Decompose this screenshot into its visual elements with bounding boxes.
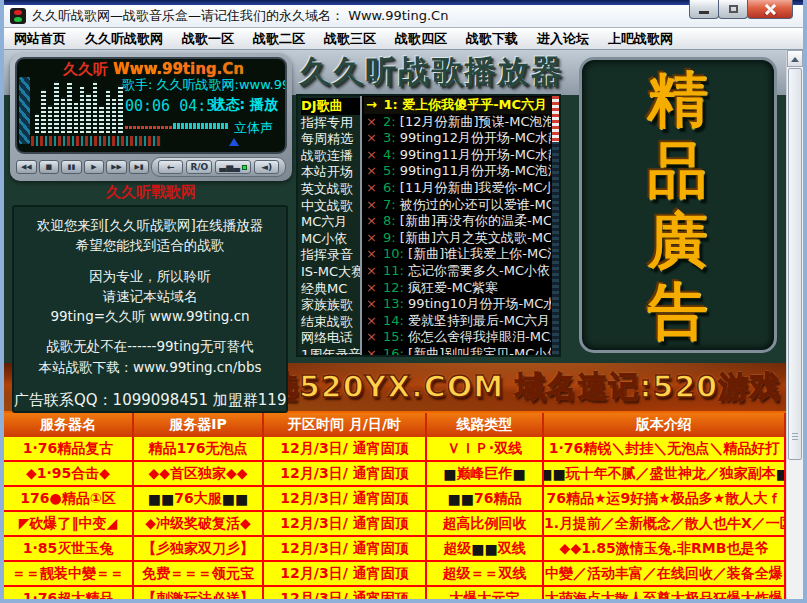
table-cell: ■■76大服■■ bbox=[134, 487, 264, 510]
progress-dash bbox=[189, 123, 192, 129]
track-title: 被伤过的心还可以爱谁-MC紫寒 bbox=[400, 197, 551, 212]
category-item[interactable]: 家族族歌 bbox=[301, 297, 360, 314]
track-x-icon: × bbox=[364, 213, 379, 228]
playlist-scrollbar[interactable] bbox=[552, 96, 559, 355]
category-item[interactable]: MC六月 bbox=[301, 214, 360, 231]
menu-item-8[interactable]: 上吧战歌网 bbox=[608, 30, 673, 48]
menu-item-5[interactable]: 战歌四区 bbox=[395, 30, 447, 48]
next-button[interactable]: ▶▮ bbox=[129, 160, 150, 174]
menu-item-3[interactable]: 战歌二区 bbox=[253, 30, 305, 48]
left-column: 久久听 Www.99ting.Cn 歌手: 久久听战歌网:www.99t 00:… bbox=[4, 50, 294, 363]
stop-button[interactable]: ■ bbox=[39, 160, 60, 174]
category-item[interactable]: 指挥录音 bbox=[301, 247, 360, 264]
category-item[interactable]: 战歌连播 bbox=[301, 148, 360, 165]
category-item[interactable]: 英文战歌 bbox=[301, 181, 360, 198]
minimize-button[interactable] bbox=[689, 0, 719, 19]
category-item[interactable]: 网络电话 bbox=[301, 330, 360, 347]
close-button[interactable] bbox=[747, 0, 793, 19]
now-playing-arrow-icon: → bbox=[364, 97, 379, 112]
playlist-track[interactable]: × 15: 你怎么舍得我掉眼泪-MC水静芷 bbox=[364, 329, 551, 346]
scroll-up-button[interactable] bbox=[787, 50, 803, 67]
progress-dash bbox=[185, 123, 188, 129]
table-cell: 大爆大元宝 bbox=[427, 587, 544, 599]
rewind-button[interactable]: ◀◀ bbox=[16, 160, 37, 174]
menu-item-7[interactable]: 进入论坛 bbox=[537, 30, 589, 48]
return-button[interactable]: ← bbox=[158, 160, 183, 174]
black-square-icon: ■ bbox=[776, 466, 786, 482]
menu-item-1[interactable]: 久久听战歌网 bbox=[85, 30, 163, 48]
category-item[interactable]: 本站开场 bbox=[301, 164, 360, 181]
black-square-icon: ■ bbox=[148, 491, 161, 507]
table-cell: 【刺激玩法必送】 bbox=[134, 587, 264, 599]
progress-dash bbox=[217, 123, 220, 129]
category-item[interactable]: 指挥专用 bbox=[301, 115, 360, 132]
category-item[interactable]: DJ歌曲 bbox=[301, 98, 360, 115]
progress-dash bbox=[141, 126, 144, 129]
table-cell: ■巅峰巨作■ bbox=[427, 462, 544, 485]
playlist-track[interactable]: × 7: 被伤过的心还可以爱谁-MC紫寒 bbox=[364, 197, 551, 214]
server-table-row[interactable]: ◆1·95合击◆◆◆首区独家◆◆12月/3日/ 通宵固顶■巅峰巨作■■■玩十年不… bbox=[4, 462, 786, 487]
playlist-track[interactable]: × 12: 疯狂爱-MC紫寒 bbox=[364, 280, 551, 297]
playlist-track[interactable]: × 3: 99ting12月份开场-MC水静芷 bbox=[364, 130, 551, 147]
equalizer-button[interactable]: ▃▅▃ bbox=[215, 160, 251, 174]
playlist-track[interactable]: × 2: [12月份新曲]预谋-MC泡泡 bbox=[364, 114, 551, 131]
playlist-track[interactable]: × 8: [新曲]再没有你的温柔-MC泡泡 bbox=[364, 213, 551, 230]
menu-item-6[interactable]: 战歌下载 bbox=[466, 30, 518, 48]
server-table-row[interactable]: 1·76精品复古精品176无泡点12月/3日/ 通宵固顶ＶＩＰ·双线1·76精锐… bbox=[4, 437, 786, 462]
volume-button[interactable]: ◄) bbox=[254, 160, 279, 174]
spectrum-bar bbox=[112, 99, 116, 133]
playlist-scrollbar-thumb[interactable] bbox=[552, 96, 559, 142]
playlist-track[interactable]: × 16: [新曲]别叫我宝贝-MC小依 bbox=[364, 346, 551, 355]
table-cell: ◤砍爆了‖中变◢ bbox=[4, 512, 134, 535]
titlebar[interactable]: 久久听战歌网—战歌音乐盒—请记住我们的永久域名： Www.99ting.Cn bbox=[4, 5, 803, 28]
table-cell: ■■76精品 bbox=[427, 487, 544, 510]
track-title: 爱就坚持到最后-MC六月 bbox=[408, 313, 550, 328]
category-item[interactable]: 经典MC bbox=[301, 281, 360, 298]
server-table-row[interactable]: 1·85灭世玉兔【彡独家双刀彡】12月/3日/ 通宵固顶超级■■双线◆◆1.85… bbox=[4, 537, 786, 562]
welcome-line: 请速记本站域名 bbox=[14, 286, 286, 306]
black-square-icon: ■ bbox=[485, 541, 498, 557]
progress-dash bbox=[177, 123, 180, 129]
spectrum-bar bbox=[86, 93, 90, 133]
track-number: 6: bbox=[379, 180, 400, 195]
server-table-row[interactable]: 1·76超大精品【刺激玩法必送】12月/3日/ 通宵固顶大爆大元宝大萌海点大散人… bbox=[4, 587, 786, 599]
server-table-row[interactable]: ＝＝靓装中變＝＝免费＝＝＝领元宝12月/3日/ 通宵固顶超级＝＝双线中變／活动丰… bbox=[4, 562, 786, 587]
table-cell: 12月/3日/ 通宵固顶 bbox=[264, 487, 427, 510]
category-item[interactable]: MC小依 bbox=[301, 231, 360, 248]
menu-item-2[interactable]: 战歌一区 bbox=[182, 30, 234, 48]
scrollbar-thumb[interactable] bbox=[788, 68, 802, 460]
category-item[interactable]: 结束战歌 bbox=[301, 314, 360, 331]
category-item[interactable]: 中文战歌 bbox=[301, 198, 360, 215]
playlist-track[interactable]: × 13: 99ting10月份开场-MC水静芷 bbox=[364, 296, 551, 313]
playlist-track[interactable]: → 1: 爱上你我傻乎乎-MC六月 bbox=[364, 97, 551, 114]
track-number: 8: bbox=[379, 213, 400, 228]
category-item[interactable]: IS-MC大赛 bbox=[301, 264, 360, 281]
playlist-track[interactable]: × 4: 99ting11月份开场-MC水静芷 bbox=[364, 147, 551, 164]
premium-ad-banner[interactable]: 精品廣告 bbox=[579, 57, 777, 353]
menu-item-0[interactable]: 网站首页 bbox=[14, 30, 66, 48]
maximize-button[interactable] bbox=[718, 0, 748, 19]
server-table-row[interactable]: 176●精品①区■■76大服■■12月/3日/ 通宵固顶■■76精品76精品★运… bbox=[4, 487, 786, 512]
category-item[interactable]: 每周精选 bbox=[301, 131, 360, 148]
menu-item-4[interactable]: 战歌三区 bbox=[324, 30, 376, 48]
category-item[interactable]: 1周年录音 bbox=[301, 347, 360, 355]
scroll-up-icon bbox=[791, 53, 799, 62]
table-cell: 1·85灭世玉兔 bbox=[4, 537, 134, 560]
play-button[interactable]: ▶ bbox=[84, 160, 105, 174]
minimize-icon bbox=[699, 11, 709, 14]
progress-dash bbox=[209, 123, 212, 129]
page-scrollbar[interactable] bbox=[786, 50, 803, 599]
playlist-track[interactable]: × 11: 忘记你需要多久-MC小依 bbox=[364, 263, 551, 280]
stereo-label: 立体声 bbox=[234, 119, 273, 137]
progress-dash bbox=[181, 123, 184, 129]
pause-button[interactable]: ▮▮ bbox=[61, 160, 82, 174]
playlist-track[interactable]: × 5: 99ting11月份开场-MC泡泡 bbox=[364, 163, 551, 180]
playlist-track[interactable]: × 9: [新曲]六月之英文战歌-MC六月 bbox=[364, 230, 551, 247]
repeat-button[interactable]: R/O bbox=[186, 160, 212, 174]
playlist-track[interactable]: × 6: [11月份新曲]我爱你-MC小依 bbox=[364, 180, 551, 197]
forward-button[interactable]: ▶▶ bbox=[106, 160, 127, 174]
playlist-track[interactable]: × 10: [新曲]谁让我爱上你-MC泡泡 bbox=[364, 246, 551, 263]
server-table-row[interactable]: ◤砍爆了‖中变◢◆冲级奖破复活◆12月/3日/ 通宵固顶超高比例回收11.月提前… bbox=[4, 512, 786, 537]
playlist-track[interactable]: × 14: 爱就坚持到最后-MC六月 bbox=[364, 313, 551, 330]
track-x-icon: × bbox=[364, 147, 379, 162]
